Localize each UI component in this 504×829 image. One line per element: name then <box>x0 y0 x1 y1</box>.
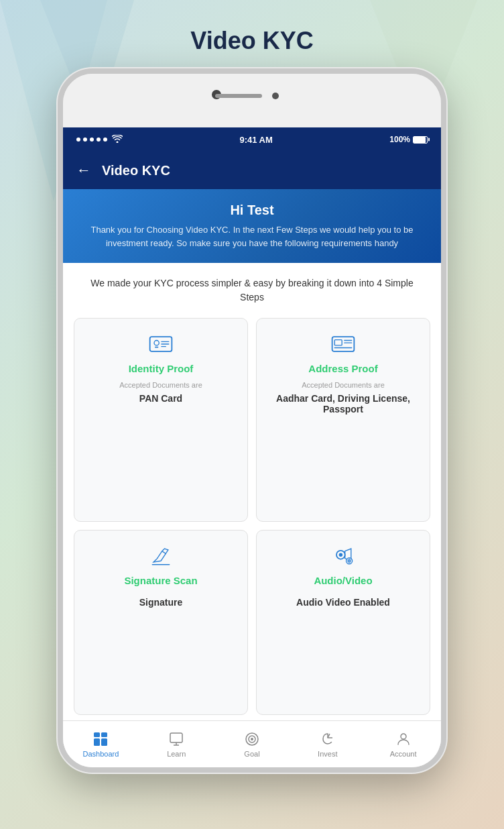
kyc-cards-grid: Identity Proof Accepted Documents are PA… <box>63 313 441 720</box>
audio-video-icon <box>328 541 358 571</box>
phone-frame: 9:41 AM 100% ← Video KYC Hi Test Thank y… <box>58 68 446 773</box>
address-card-icon <box>328 329 358 359</box>
signature-scan-card[interactable]: Signature Scan Signature <box>74 530 248 715</box>
tab-bar: Dashboard Learn <box>63 720 441 767</box>
identity-proof-value: PAN Card <box>139 393 182 404</box>
tab-account[interactable]: Account <box>365 730 441 758</box>
signature-icon <box>146 541 176 571</box>
signal-dot-5 <box>103 137 107 142</box>
phone-top-bar <box>63 74 441 127</box>
content-area: We made your KYC process simpler & easy … <box>63 263 441 720</box>
account-label: Account <box>390 750 417 758</box>
identity-proof-subtitle: Accepted Documents are <box>119 381 202 389</box>
address-proof-value: Aadhar Card, Driving License, Passport <box>265 393 422 414</box>
svg-point-27 <box>251 738 253 740</box>
page-title: Video KYC <box>190 27 313 55</box>
tab-goal[interactable]: Goal <box>214 730 290 758</box>
audio-video-title: Audio/Video <box>314 575 372 586</box>
speaker <box>215 94 262 98</box>
battery-fill <box>414 137 426 143</box>
battery-text: 100% <box>389 135 410 144</box>
tab-invest[interactable]: Invest <box>290 730 365 758</box>
battery-icon <box>413 136 428 144</box>
svg-rect-9 <box>332 337 355 351</box>
wifi-icon <box>112 135 123 145</box>
phone-screen: 9:41 AM 100% ← Video KYC Hi Test Thank y… <box>63 127 441 767</box>
signal-dot-3 <box>90 137 94 142</box>
dashboard-label: Dashboard <box>82 750 119 758</box>
identity-proof-title: Identity Proof <box>129 363 194 374</box>
address-proof-card[interactable]: Address Proof Accepted Documents are Aad… <box>256 318 430 522</box>
volume-down-button <box>58 240 60 264</box>
status-left <box>76 135 123 145</box>
svg-point-16 <box>339 553 342 556</box>
welcome-greeting: Hi Test <box>79 203 425 218</box>
signal-dot-4 <box>97 137 101 142</box>
power-button <box>444 221 446 262</box>
tab-learn[interactable]: Learn <box>139 730 214 758</box>
status-time: 9:41 AM <box>239 135 272 145</box>
svg-rect-18 <box>94 732 100 737</box>
welcome-description: Thank you for Choosing Video KYC. In the… <box>79 223 425 250</box>
navigation-bar: ← Video KYC <box>63 152 441 189</box>
id-card-icon <box>146 329 176 359</box>
invest-label: Invest <box>318 750 337 758</box>
svg-rect-10 <box>334 340 342 345</box>
svg-point-4 <box>154 341 159 345</box>
signal-dot-1 <box>76 137 80 142</box>
identity-proof-card[interactable]: Identity Proof Accepted Documents are PA… <box>74 318 248 522</box>
svg-rect-21 <box>101 738 107 746</box>
audio-video-card[interactable]: Audio/Video Audio Video Enabled <box>256 530 430 715</box>
learn-icon <box>168 730 185 748</box>
nav-title: Video KYC <box>102 163 170 178</box>
audio-video-value: Audio Video Enabled <box>296 597 390 608</box>
goal-icon <box>243 730 261 748</box>
address-proof-title: Address Proof <box>308 363 377 374</box>
status-bar: 9:41 AM 100% <box>63 127 441 152</box>
back-button[interactable]: ← <box>76 162 91 179</box>
camera-dot <box>272 93 279 99</box>
svg-rect-5 <box>155 347 158 348</box>
steps-description: We made your KYC process simpler & easy … <box>63 263 441 313</box>
signal-dot-2 <box>83 137 87 142</box>
account-icon <box>395 730 412 748</box>
svg-rect-19 <box>101 732 107 737</box>
svg-rect-22 <box>170 733 182 742</box>
svg-rect-20 <box>94 738 100 746</box>
volume-up-button <box>58 208 60 232</box>
status-right: 100% <box>389 135 428 144</box>
goal-label: Goal <box>244 750 259 758</box>
tab-dashboard[interactable]: Dashboard <box>63 730 139 758</box>
signature-scan-value: Signature <box>139 597 183 608</box>
learn-label: Learn <box>167 750 186 758</box>
signature-scan-title: Signature Scan <box>124 575 197 586</box>
invest-icon <box>319 730 336 748</box>
dashboard-icon <box>92 730 109 748</box>
welcome-banner: Hi Test Thank you for Choosing Video KYC… <box>63 189 441 263</box>
svg-point-28 <box>401 734 406 739</box>
address-proof-subtitle: Accepted Documents are <box>302 381 385 389</box>
